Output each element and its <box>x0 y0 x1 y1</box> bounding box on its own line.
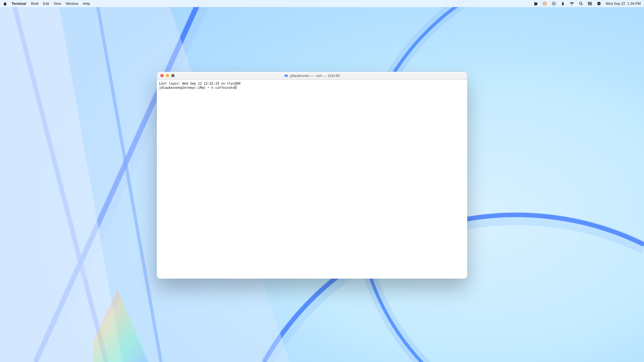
window-zoom-button[interactable] <box>171 74 175 77</box>
window-minimize-button[interactable] <box>166 74 169 77</box>
svg-point-14 <box>590 4 591 5</box>
folder-icon <box>284 74 288 77</box>
wifi-icon[interactable] <box>570 1 574 6</box>
svg-rect-11 <box>588 2 592 4</box>
menubar-clock[interactable]: Wed Sep 22 1:34 PM <box>606 2 641 5</box>
svg-line-10 <box>582 4 582 5</box>
terminal-window[interactable]: jdlaukkonen — -zsh — 153×49 Last login: … <box>157 72 467 279</box>
window-close-button[interactable] <box>160 74 164 77</box>
menu-extra-icon-2[interactable] <box>543 1 547 6</box>
svg-point-12 <box>589 2 589 3</box>
terminal-prompt: jdlaukkonen@Jeremys-iMac ~ % <box>159 86 215 89</box>
menu-view[interactable]: View <box>53 2 61 5</box>
control-center-icon[interactable] <box>588 1 592 6</box>
spotlight-icon[interactable] <box>579 1 583 6</box>
menubar: Terminal Shell Edit View Window Help <box>0 0 644 7</box>
menubar-app-name[interactable]: Terminal <box>12 2 26 5</box>
menu-extra-icon-3[interactable] <box>561 1 565 6</box>
siri-icon[interactable] <box>597 1 601 6</box>
svg-point-6 <box>544 3 545 4</box>
menu-help[interactable]: Help <box>83 2 90 5</box>
terminal-titlebar[interactable]: jdlaukkonen — -zsh — 153×49 <box>157 72 467 80</box>
menu-extra-play-icon[interactable] <box>552 1 556 6</box>
terminal-window-title: jdlaukkonen — -zsh — 153×49 <box>290 74 339 78</box>
terminal-body[interactable]: Last login: Wed Sep 22 13:32:19 on ttys0… <box>157 80 467 91</box>
svg-point-9 <box>579 2 582 5</box>
terminal-command: caffeinate <box>215 86 235 89</box>
menu-shell[interactable]: Shell <box>31 2 38 5</box>
menu-window[interactable]: Window <box>66 2 78 5</box>
apple-logo-icon[interactable] <box>3 2 7 5</box>
svg-marker-8 <box>553 3 554 4</box>
menu-extra-icon-1[interactable] <box>534 1 538 6</box>
terminal-last-login: Last login: Wed Sep 22 13:32:19 on ttys0… <box>159 82 241 85</box>
menu-edit[interactable]: Edit <box>43 2 49 5</box>
terminal-cursor <box>235 86 237 89</box>
svg-rect-13 <box>588 4 592 5</box>
